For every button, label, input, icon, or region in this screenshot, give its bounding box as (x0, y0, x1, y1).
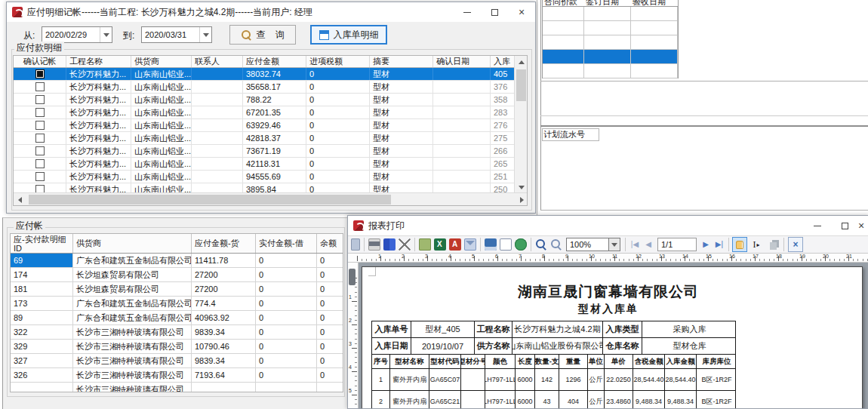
column-header[interactable]: 应付金额-货 (192, 234, 256, 253)
table-row[interactable] (543, 35, 678, 50)
export-excel-icon[interactable] (434, 238, 446, 251)
column-header[interactable]: 余额 (317, 234, 343, 253)
export-mail-icon[interactable] (464, 238, 476, 251)
report-preview-area[interactable]: 123456 湖南亘晟门窗幕墙有限公司 型材入库单 入库单号型材_405工程名称… (348, 263, 868, 408)
confirm-checkbox[interactable] (35, 108, 45, 117)
print-icon[interactable] (368, 238, 380, 251)
to-date-picker[interactable]: 2020/03/31 (141, 26, 212, 43)
prev-page-button[interactable]: ◀ (642, 238, 655, 251)
confirm-checkbox[interactable] (35, 69, 45, 78)
chevron-down-icon[interactable] (100, 27, 112, 42)
table-row[interactable]: 322长沙市三湘特种玻璃有限公司9839.3400 (11, 325, 343, 340)
table-row[interactable]: 329长沙市三湘特种玻璃有限公司10790.4600 (11, 340, 343, 354)
table-row[interactable]: 长沙万科魅力...山东南山铝业...38032.740型材405 (14, 68, 527, 81)
zoom-level-select[interactable]: 100% (566, 238, 620, 251)
table-row[interactable]: 174长沙坦森贸易有限公司2720000 (11, 268, 343, 282)
column-header[interactable]: 工程名称 (66, 56, 131, 67)
printer-properties-icon[interactable] (399, 238, 411, 251)
close-button[interactable]: × (858, 216, 868, 235)
column-header[interactable]: 验收日期 (631, 0, 678, 6)
table-row[interactable]: 89广东合和建筑五金制品有限公司40963.9200 (11, 311, 343, 325)
query-button[interactable]: 查 询 (229, 25, 296, 45)
maximize-button[interactable] (481, 2, 508, 22)
table-row[interactable] (543, 21, 678, 35)
confirm-cell (14, 94, 66, 106)
confirm-checkbox[interactable] (35, 82, 45, 91)
table-row[interactable]: 长沙万科魅力...山东南山铝业...73671.190型材266 (14, 145, 527, 158)
scroll-left-arrow[interactable] (14, 193, 26, 206)
column-header[interactable]: 确认日期 (433, 56, 491, 67)
column-header[interactable]: 应-实付款明细ID (11, 234, 73, 253)
vertical-ruler-thumb[interactable] (349, 269, 356, 285)
export-html-icon[interactable] (515, 238, 527, 251)
table-row[interactable]: 69广东合和建筑五金制品有限公司11411.7800 (11, 254, 343, 268)
table-row[interactable] (543, 50, 678, 64)
plan-serial-field[interactable]: 计划流水号 (542, 128, 599, 141)
page-number-input[interactable]: 1/1 (657, 238, 697, 251)
minimize-button[interactable] (804, 216, 831, 235)
report-design-icon[interactable] (351, 238, 360, 251)
save-report-icon[interactable] (485, 238, 497, 251)
column-header[interactable]: 联系人 (192, 56, 243, 67)
confirm-checkbox[interactable] (35, 146, 45, 155)
scroll-up-arrow[interactable] (515, 56, 528, 69)
table-row[interactable]: 长沙万科魅力...山东南山铝业...35658.170型材376 (14, 81, 527, 94)
table-row[interactable]: 长沙市三湘特种玻璃有限公司 (11, 383, 343, 392)
column-header[interactable]: 应付金额 (243, 56, 306, 67)
confirm-checkbox[interactable] (35, 95, 45, 104)
maximize-button[interactable] (831, 216, 858, 235)
column-header[interactable]: 摘要 (370, 56, 433, 67)
confirm-checkbox[interactable] (35, 159, 45, 168)
report-cell: 9,488.34 (665, 391, 697, 408)
first-page-button[interactable]: |◀ (628, 238, 642, 251)
table-row[interactable] (543, 64, 678, 78)
column-header[interactable]: 实付金额-借 (256, 234, 317, 253)
chevron-down-icon[interactable] (199, 27, 211, 42)
column-header[interactable]: 签订日期 (584, 0, 631, 6)
horizontal-scrollbar-thumb[interactable] (29, 195, 391, 204)
table-row[interactable]: 长沙万科魅力...山东南山铝业...42118.310型材265 (14, 158, 527, 171)
table-row[interactable]: 长沙万科魅力...山东南山铝业...94555.690型材251 (14, 171, 527, 183)
chevron-down-icon[interactable] (608, 238, 620, 251)
table-row[interactable]: 327长沙市三湘特种玻璃有限公司9839.3400 (11, 354, 343, 368)
table-row[interactable] (543, 7, 678, 21)
column-header[interactable]: 进项税额 (306, 56, 370, 67)
zoom-in-icon[interactable] (535, 238, 547, 251)
hand-tool-button[interactable] (732, 237, 747, 252)
inbound-detail-button[interactable]: 入库单明细 (310, 25, 387, 45)
confirm-checkbox[interactable] (35, 121, 45, 130)
export-report-icon[interactable] (419, 238, 431, 251)
minimize-button[interactable] (454, 2, 481, 22)
close-preview-button[interactable]: × (788, 237, 803, 252)
from-date-picker[interactable]: 2020/02/29 (42, 26, 112, 43)
export-pdf-icon[interactable] (449, 238, 461, 251)
vertical-scrollbar-thumb[interactable] (516, 69, 526, 101)
last-page-button[interactable]: ▶| (713, 238, 726, 251)
horizontal-scrollbar[interactable] (14, 192, 528, 205)
table-row[interactable]: 长沙万科魅力...山东南山铝业...67201.350型材283 (14, 106, 527, 119)
next-page-button[interactable]: ▶ (699, 238, 713, 251)
payable-detail-titlebar[interactable]: 应付明细记帐------当前工程: 长沙万科魅力之城4.2期------当前用户… (7, 2, 535, 22)
column-header[interactable]: 供货商 (73, 234, 192, 253)
report-print-titlebar[interactable]: 报表打印 × (348, 216, 868, 235)
table-row[interactable]: 181长沙坦森贸易有限公司2720000 (11, 282, 343, 297)
column-header[interactable]: 供货商 (131, 56, 192, 67)
table-row[interactable]: 长沙万科魅力...山东南山铝业...63929.460型材276 (14, 119, 527, 132)
column-header[interactable]: 确认记帐 (14, 56, 66, 67)
text-select-tool-button[interactable]: I▸ (749, 237, 764, 252)
table-row[interactable]: 326长沙市三湘特种玻璃有限公司7193.6400 (11, 368, 343, 383)
table-row[interactable]: 长沙万科魅力...山东南山铝业...788.220型材358 (14, 94, 527, 106)
zoom-out-icon[interactable] (550, 238, 562, 251)
open-report-icon[interactable] (500, 238, 512, 251)
close-button[interactable]: × (508, 2, 535, 22)
confirm-checkbox[interactable] (35, 134, 45, 143)
scroll-right-arrow[interactable] (516, 193, 528, 206)
table-row[interactable]: 173广东合和建筑五金制品有限公司774.400 (11, 297, 343, 311)
confirm-checkbox[interactable] (35, 172, 45, 181)
copy-content-button[interactable] (765, 237, 780, 252)
vertical-scrollbar[interactable] (514, 56, 527, 194)
report-company-title: 湖南亘晟门窗幕墙有限公司 (362, 282, 854, 302)
table-row[interactable]: 长沙万科魅力...山东南山铝业...42818.370型材275 (14, 132, 527, 145)
page-setup-icon[interactable] (383, 238, 396, 251)
column-header[interactable]: 合同价款 (543, 0, 584, 6)
